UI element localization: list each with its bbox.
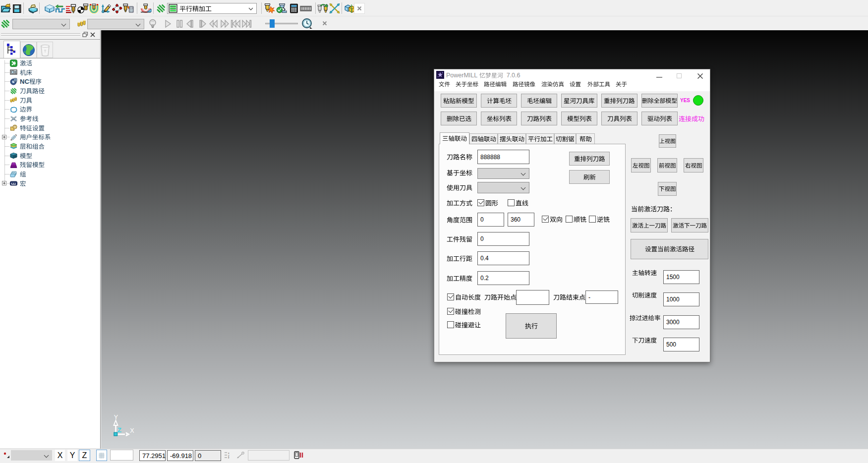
svg-text:X: X — [130, 427, 134, 434]
svg-text:z: z — [228, 456, 230, 459]
svg-text:Z: Z — [117, 426, 121, 434]
svg-text:Y: Y — [114, 414, 118, 421]
